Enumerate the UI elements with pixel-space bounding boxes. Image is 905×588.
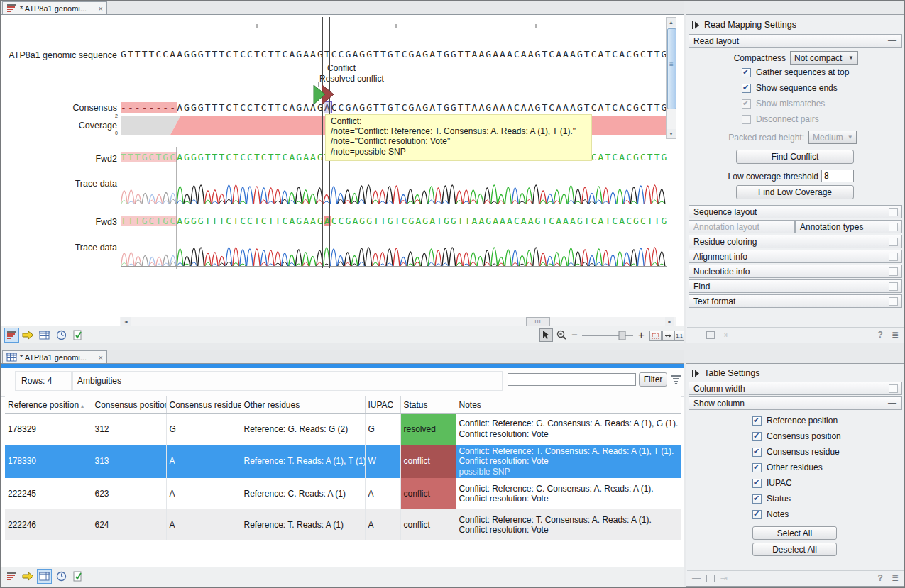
cell[interactable]: A	[166, 509, 241, 540]
cell[interactable]: 222246	[5, 509, 92, 540]
find-conflict-button[interactable]: Find Conflict	[736, 150, 854, 164]
tab-read-mapping[interactable]: * ATP8a1 genomi... ×	[2, 1, 107, 14]
checkbox[interactable]	[752, 416, 762, 426]
settings-section-sequence-layout[interactable]: Sequence layout	[689, 205, 902, 218]
column-header[interactable]: Status	[400, 396, 456, 414]
close-icon[interactable]: ×	[99, 5, 103, 12]
element-info-view-button[interactable]	[70, 569, 85, 584]
checkbox[interactable]	[742, 84, 751, 93]
scroll-right-arrow[interactable]: ►	[665, 317, 674, 326]
cell[interactable]: A	[365, 509, 400, 540]
cell[interactable]: 222245	[5, 478, 92, 509]
column-header[interactable]: IUPAC	[365, 396, 400, 414]
settings-section-annotation-layout[interactable]: Annotation layoutAnnotation types	[689, 220, 902, 233]
column-header[interactable]: Reference position▴	[5, 396, 92, 414]
palette-icon[interactable]	[889, 238, 898, 246]
column-header[interactable]: Other residues	[241, 396, 365, 414]
table-scroll-area[interactable]: Reference position▴Consensus positionCon…	[5, 396, 681, 567]
zoom-in-button[interactable]: +	[638, 328, 645, 340]
read-mapping-view-button[interactable]	[4, 569, 19, 584]
cell[interactable]: 313	[92, 445, 166, 479]
checkbox-row[interactable]: Other residues	[752, 460, 841, 475]
section-label[interactable]: Text format	[689, 294, 796, 308]
checkbox-row[interactable]: Show sequence ends	[742, 80, 849, 96]
palette-icon[interactable]	[889, 267, 898, 276]
palette-icon[interactable]	[889, 297, 898, 306]
section-label[interactable]: Annotation types	[795, 220, 901, 233]
status-cell[interactable]: conflict	[400, 445, 456, 479]
checkbox[interactable]	[752, 448, 762, 457]
scrollbar-thumb[interactable]	[667, 28, 676, 109]
checkbox-row[interactable]: Notes	[752, 506, 841, 522]
vertical-scrollbar[interactable]: ▲ ▼	[666, 17, 676, 139]
table-view-button[interactable]	[37, 328, 52, 343]
table-row[interactable]: 222246624AReference: T. Reads: A (1)Acon…	[5, 509, 681, 540]
cell[interactable]: 624	[92, 509, 166, 540]
scroll-left-arrow[interactable]: ◄	[121, 317, 131, 326]
palette-icon[interactable]	[889, 223, 898, 231]
checkbox[interactable]	[752, 510, 762, 519]
checkbox[interactable]	[752, 432, 762, 441]
checkbox-row[interactable]: IUPAC	[752, 475, 841, 491]
palette-icon[interactable]	[889, 282, 898, 291]
find-low-coverage-button[interactable]: Find Low Coverage	[736, 185, 854, 199]
checkbox[interactable]	[752, 463, 762, 472]
sidepanel-expand-icon[interactable]	[692, 21, 700, 29]
zoom-100-button[interactable]: 1:1	[674, 331, 684, 341]
history-view-button[interactable]	[54, 328, 69, 343]
advanced-filter-icon[interactable]	[671, 375, 681, 384]
read-layout-group-header[interactable]: Read layout —	[689, 34, 902, 49]
palette-icon[interactable]	[889, 384, 898, 393]
cell[interactable]: W	[365, 445, 400, 479]
dock-sidepanel-icon[interactable]	[706, 331, 715, 339]
element-info-view-button[interactable]	[70, 328, 85, 343]
notes-cell[interactable]: Conflict: Reference: T. Consensus: A. Re…	[456, 509, 681, 540]
horizontal-scrollbar[interactable]: ◄ III ►	[120, 317, 676, 326]
low-coverage-threshold-input[interactable]	[821, 170, 854, 182]
deselect-all-button[interactable]: Deselect All	[752, 543, 837, 556]
filter-input[interactable]	[508, 373, 636, 386]
cell[interactable]: A	[166, 445, 241, 479]
checkbox-row[interactable]: Status	[752, 491, 841, 506]
open-in-new-view-button[interactable]	[21, 328, 35, 343]
table-row[interactable]: 178329312GReference: G. Reads: G (2)Gres…	[5, 414, 681, 445]
history-view-button[interactable]	[54, 569, 69, 584]
cell[interactable]: 178330	[5, 445, 92, 479]
checkbox-row[interactable]: Consensus position	[752, 428, 841, 444]
scrollbar-thumb[interactable]: III	[526, 317, 550, 326]
cell[interactable]: 178329	[5, 414, 92, 445]
section-label[interactable]: Column width	[689, 382, 796, 395]
preferences-list-icon[interactable]: ≣	[892, 573, 899, 583]
minimize-sidepanel-icon[interactable]: —	[692, 330, 701, 340]
selection-tool-button[interactable]	[539, 328, 553, 342]
section-label[interactable]: Find	[689, 279, 796, 293]
checkbox[interactable]	[752, 479, 762, 488]
column-header[interactable]: Consensus position	[92, 396, 166, 414]
status-cell[interactable]: conflict	[400, 509, 456, 540]
settings-section-alignment-info[interactable]: Alignment info	[689, 250, 902, 263]
column-header[interactable]: Notes	[456, 396, 681, 414]
palette-icon[interactable]	[889, 253, 898, 261]
cell[interactable]: Reference: T. Reads: A (1)	[241, 509, 365, 540]
section-label[interactable]: Annotation layout	[689, 220, 795, 233]
read-mapping-canvas[interactable]: ATP8a1 genomic sequence Consensus Covera…	[1, 15, 684, 326]
section-label[interactable]: Alignment info	[689, 250, 796, 263]
section-label[interactable]: Sequence layout	[689, 205, 796, 218]
settings-section-nucleotide-info[interactable]: Nucleotide info	[689, 265, 902, 278]
table-view-button[interactable]	[37, 569, 52, 584]
cell[interactable]: G	[166, 414, 241, 445]
settings-section-find[interactable]: Find	[689, 279, 902, 293]
status-cell[interactable]: conflict	[400, 478, 456, 509]
minimize-sidepanel-icon[interactable]: —	[692, 573, 701, 583]
table-row[interactable]: 178330313AReference: T. Reads: A (1), T …	[5, 445, 681, 479]
help-icon[interactable]: ?	[878, 573, 883, 583]
checkbox-row[interactable]: Consensus residue	[752, 444, 841, 460]
cell[interactable]: 623	[92, 478, 166, 509]
table-row[interactable]: 222245623AReference: C. Reads: A (1)Acon…	[5, 478, 681, 509]
zoom-out-button[interactable]: −	[571, 328, 578, 340]
cell[interactable]: Reference: T. Reads: A (1), T (1)	[241, 445, 365, 479]
settings-section-residue-coloring[interactable]: Residue coloring	[689, 235, 902, 248]
group-label[interactable]: Read layout	[689, 34, 796, 48]
open-in-new-view-button[interactable]	[21, 569, 35, 584]
checkbox-row[interactable]: Reference position	[752, 413, 841, 428]
